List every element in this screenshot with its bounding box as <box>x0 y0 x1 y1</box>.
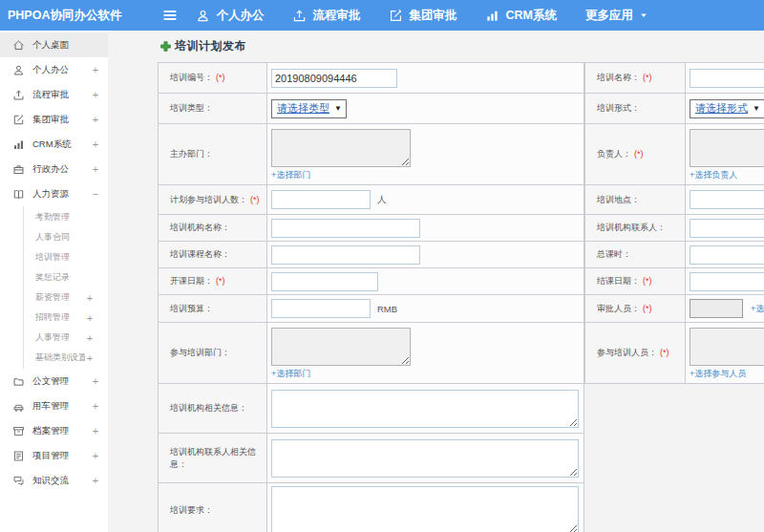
sidebar-item[interactable]: 用车管理+ <box>0 394 108 418</box>
field-label-cell: 培训机构联系人： <box>585 215 686 242</box>
sidebar-subitem[interactable]: 考勤管理 <box>24 207 108 227</box>
sidebar-item[interactable]: 流程审批+ <box>0 82 108 107</box>
sidebar-item[interactable]: 档案管理+ <box>0 418 108 443</box>
sidebar-item[interactable]: 公文管理+ <box>0 369 108 394</box>
expand-toggle[interactable]: + <box>91 450 100 461</box>
plus-icon <box>159 40 172 53</box>
expand-toggle[interactable]: + <box>85 352 95 364</box>
textarea-input[interactable] <box>271 439 579 478</box>
field-label: 培训地点： <box>597 195 640 204</box>
select-dropdown[interactable]: 请选择类型▼ <box>271 99 347 118</box>
text-input[interactable] <box>271 190 371 209</box>
sidebar-item-label: 行政办公 <box>32 163 91 176</box>
top-nav-item[interactable]: CRM系统 <box>485 8 556 24</box>
text-input[interactable] <box>690 190 764 209</box>
top-nav-item[interactable]: 集团审批 <box>389 8 456 24</box>
top-nav-item[interactable]: 更多应用 <box>585 8 648 24</box>
briefcase-icon <box>12 163 25 176</box>
expand-toggle[interactable]: + <box>91 138 100 150</box>
text-input[interactable] <box>271 245 420 265</box>
expand-toggle[interactable]: + <box>91 475 100 486</box>
field-label: 总课时： <box>597 249 631 259</box>
picker-textarea[interactable] <box>271 328 411 366</box>
textarea-input[interactable] <box>271 390 579 428</box>
sidebar-item[interactable]: 知识交流+ <box>0 468 108 493</box>
sidebar-subitem[interactable]: 招聘管理+ <box>24 308 108 328</box>
picker-link-row: +选择负责人 <box>690 169 764 181</box>
expand-toggle[interactable]: + <box>91 163 100 175</box>
form-row: 计划参与培训人数：(*)人 <box>159 185 584 215</box>
expand-toggle[interactable]: − <box>91 188 100 200</box>
textarea-input[interactable] <box>271 486 579 532</box>
field-cell: +选择审批人员 <box>686 295 764 323</box>
select-dropdown[interactable]: 请选择形式▼ <box>690 99 764 118</box>
field-label: 培训编号： <box>170 73 213 82</box>
folder-icon <box>12 375 25 388</box>
action-link[interactable]: +选择部门 <box>271 369 310 378</box>
text-input[interactable] <box>271 272 378 291</box>
main-content: 培训计划发布 培训编号：(*)培训类型：请选择类型▼主办部门：+选择部门计划参与… <box>108 31 764 532</box>
text-input[interactable] <box>690 69 764 88</box>
sidebar-subitem[interactable]: 奖惩记录 <box>24 267 108 287</box>
sidebar-subitem[interactable]: 人事管理+ <box>24 328 108 348</box>
sidebar-item-label: CRM系统 <box>32 138 91 151</box>
upload-icon <box>12 89 25 101</box>
sidebar-item[interactable]: 个人办公+ <box>0 57 108 82</box>
nav-item-label: 流程审批 <box>312 8 360 24</box>
expand-toggle[interactable]: + <box>91 114 100 125</box>
field-label: 开课日期： <box>170 276 213 286</box>
top-nav-item[interactable]: 流程审批 <box>292 8 360 24</box>
expand-toggle[interactable]: + <box>85 292 95 304</box>
field-cell <box>686 63 764 94</box>
sidebar-subitem[interactable]: 基础类别设置+ <box>24 348 108 368</box>
action-link[interactable]: +选择负责人 <box>690 170 737 180</box>
sidebar-item[interactable]: 行政办公+ <box>0 157 108 181</box>
action-link[interactable]: +选择参与人员 <box>690 369 746 378</box>
text-input[interactable] <box>690 272 764 291</box>
expand-toggle[interactable]: + <box>91 375 100 387</box>
sidebar-subitem[interactable]: 人事合同 <box>24 227 108 247</box>
sidebar-item[interactable]: 集团审批+ <box>0 107 108 132</box>
home-icon <box>12 39 25 52</box>
text-input[interactable] <box>690 219 764 238</box>
expand-toggle[interactable]: + <box>85 312 95 324</box>
sidebar-item[interactable]: CRM系统+ <box>0 132 108 157</box>
sidebar-item[interactable]: 人力资源− <box>0 181 108 206</box>
action-link[interactable]: +选择部门 <box>271 170 310 180</box>
text-input[interactable] <box>271 299 371 318</box>
expand-toggle[interactable]: + <box>85 332 95 344</box>
picker-textarea[interactable] <box>690 129 764 167</box>
expand-toggle[interactable]: + <box>91 89 100 100</box>
sidebar-subitem-label: 招聘管理 <box>35 311 85 324</box>
field-cell <box>686 268 764 295</box>
field-cell <box>686 185 764 215</box>
top-nav-item[interactable]: 个人办公 <box>196 8 264 24</box>
sidebar-subitem[interactable]: 薪资管理+ <box>24 287 108 308</box>
picker-textarea[interactable] <box>690 328 764 366</box>
action-link[interactable]: +选择审批人员 <box>751 304 764 313</box>
expand-toggle[interactable]: + <box>91 64 100 75</box>
sidebar-item[interactable]: 项目管理+ <box>0 443 108 468</box>
sidebar-item[interactable]: 个人桌面 <box>0 32 108 57</box>
expand-toggle[interactable]: + <box>91 400 100 412</box>
menu-icon[interactable] <box>161 7 179 24</box>
chart-icon <box>12 138 25 151</box>
nav-item-label: 更多应用 <box>585 8 633 24</box>
required-mark: (*) <box>250 195 260 204</box>
sidebar-item-label: 公文管理 <box>32 375 91 388</box>
form-row: 培训机构相关信息： <box>159 384 584 434</box>
expand-toggle[interactable]: + <box>91 425 100 436</box>
field-label-cell: 总课时： <box>585 242 686 268</box>
field-cell <box>267 384 584 434</box>
sidebar-item-label: 知识交流 <box>32 475 91 487</box>
text-input[interactable] <box>690 245 764 265</box>
picker-textarea[interactable] <box>271 129 411 167</box>
picker-box[interactable] <box>690 299 743 318</box>
page-title: 培训计划发布 <box>175 38 246 54</box>
text-input[interactable] <box>271 219 420 238</box>
text-input[interactable] <box>271 69 397 88</box>
sidebar-subitem-label: 人事合同 <box>35 231 85 244</box>
sidebar-item-label: 人力资源 <box>32 188 91 201</box>
sidebar-subitem[interactable]: 培训管理 <box>24 247 108 267</box>
field-label: 培训机构联系人： <box>597 223 666 232</box>
